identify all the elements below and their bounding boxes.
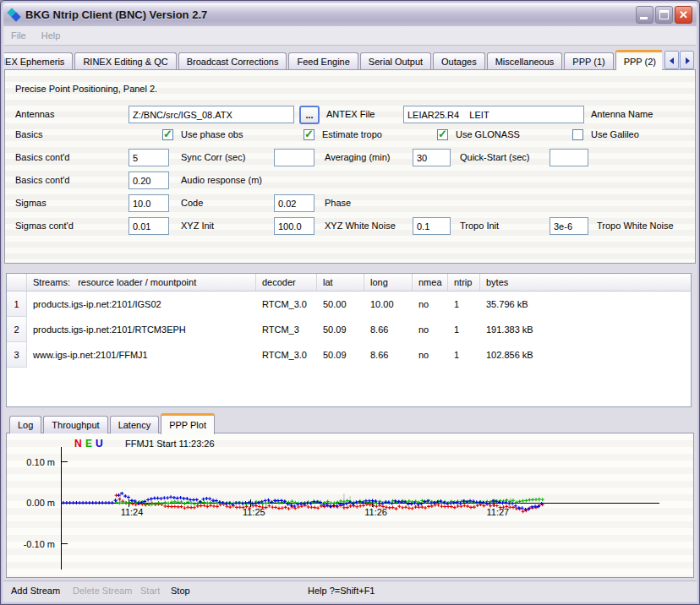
top-tab-bar: IEX Ephemeris RINEX Editing & QC Broadca… [4,49,662,70]
cell-ntrip: 1 [448,317,480,342]
tab-rinex-editing-qc[interactable]: RINEX Editing & QC [74,52,176,70]
estimate-tropo-checkbox[interactable] [304,129,314,140]
sync-corr-label: Sync Corr (sec) [181,149,245,166]
close-button[interactable]: ✕ [675,6,692,24]
tab-throughput[interactable]: Throughput [43,416,107,433]
tab-ppp-plot[interactable]: PPP Plot [161,413,215,434]
cell-lat: 50.09 [317,342,364,368]
tab-serial-output[interactable]: Serial Output [360,52,431,70]
cell-bytes: 102.856 kB [480,342,691,368]
tab-ppp-2[interactable]: PPP (2) [615,50,662,70]
tab-outages[interactable]: Outages [433,52,485,70]
quick-start-label: Quick-Start (sec) [460,149,530,166]
app-window: BKG Ntrip Client (BNC) Version 2.7 ✕ Fil… [0,0,700,605]
cell-ntrip: 1 [448,342,480,368]
cell-decoder: RTCM_3 [256,317,317,342]
header-decoder[interactable]: decoder [256,274,317,291]
antenna-name-input[interactable] [403,106,584,123]
xyz-init-input[interactable] [129,217,169,235]
delete-stream-button[interactable]: Delete Stream [73,586,132,596]
add-stream-button[interactable]: Add Stream [11,586,60,596]
cell-mountpoint: products.igs-ip.net:2101/IGS02 [27,292,256,317]
tab-miscellaneous[interactable]: Miscellaneous [487,52,563,70]
start-button[interactable]: Start [140,586,160,596]
browse-button[interactable]: ... [299,106,320,124]
header-long[interactable]: long [364,274,413,291]
cell-mountpoint: products.igs-ip.net:2101/RTCM3EPH [27,317,256,342]
estimate-tropo-label: Estimate tropo [322,126,382,144]
antex-path-input[interactable] [129,106,294,123]
tropo-white-noise-input[interactable] [550,217,588,235]
svg-text:-0.10 m: -0.10 m [24,539,55,549]
antenna-name-label: Antenna Name [591,106,653,123]
tab-log[interactable]: Log [9,416,41,433]
sigmas2-label: Sigmas cont'd [15,217,74,235]
table-row[interactable]: 1 products.igs-ip.net:2101/IGS02 RTCM_3.… [7,292,691,317]
title-bar[interactable]: BKG Ntrip Client (BNC) Version 2.7 ✕ [3,3,697,26]
row-number: 3 [7,342,27,368]
legend-n: N [74,438,82,450]
antex-file-label: ANTEX File [326,106,375,123]
table-row[interactable]: 3 www.igs-ip.net:2101/FFMJ1 RTCM_3.0 50.… [7,342,691,368]
table-row[interactable]: 2 products.igs-ip.net:2101/RTCM3EPH RTCM… [7,317,691,342]
header-nmea[interactable]: nmea [413,274,448,291]
basics2-label: Basics cont'd [15,149,69,166]
header-mountpoint[interactable]: Streams: resource loader / mountpoint [27,274,256,291]
max-sol-gap-input[interactable] [550,149,588,166]
scroll-left-icon [670,57,674,64]
cell-lat: 50.09 [317,317,364,342]
minimize-button[interactable] [636,6,654,24]
cell-decoder: RTCM_3.0 [256,342,317,368]
maximize-button[interactable] [655,6,673,24]
menu-file[interactable]: File [11,30,26,41]
use-galileo-checkbox[interactable] [572,129,583,140]
ppp-plot-panel: 0.10 m0.00 m-0.10 m11:2411:2511:2611:27 … [6,433,694,578]
use-glonass-checkbox[interactable] [437,129,448,140]
tab-iex-ephemeris[interactable]: IEX Ephemeris [4,52,73,70]
xyz-white-noise-input[interactable] [274,217,314,235]
cell-long: 8.66 [364,317,413,342]
audio-response-label: Audio response (m) [181,172,262,189]
ppp2-panel: Precise Point Positioning, Panel 2. Ante… [4,69,696,264]
tropo-init-input[interactable] [413,217,451,235]
minimize-icon [640,17,648,19]
cell-decoder: RTCM_3.0 [256,292,317,317]
legend-u: U [96,438,103,450]
streams-table: Streams: resource loader / mountpoint de… [6,273,692,407]
tab-scroll-right-button[interactable] [680,51,694,69]
menu-help[interactable]: Help [41,30,61,41]
sigma-phase-input[interactable] [274,194,314,212]
help-shortcut-label: Help ?=Shift+F1 [308,586,375,596]
stop-button[interactable]: Stop [171,586,190,596]
quick-start-input[interactable] [413,149,451,166]
cell-bytes: 191.383 kB [480,317,691,342]
tab-scroll-left-button[interactable] [664,51,679,69]
header-ntrip[interactable]: ntrip [448,274,480,291]
menu-bar: File Help [4,26,696,46]
sigma-code-input[interactable] [129,194,169,212]
app-icon [8,8,21,22]
header-lat[interactable]: lat [317,274,364,291]
svg-text:11:27: 11:27 [487,507,510,517]
cell-long: 8.66 [364,342,413,368]
tab-broadcast-corrections[interactable]: Broadcast Corrections [178,52,287,70]
tab-scroll-arrows [664,51,694,69]
use-galileo-label: Use Galileo [591,126,639,144]
cell-long: 10.00 [364,292,413,317]
streams-table-header: Streams: resource loader / mountpoint de… [7,274,691,292]
tropo-init-label: Tropo Init [460,217,499,235]
tab-latency[interactable]: Latency [110,416,160,433]
window-title: BKG Ntrip Client (BNC) Version 2.7 [25,8,207,21]
svg-text:0.00 m: 0.00 m [26,498,55,508]
sigma-phase-label: Phase [325,194,351,212]
maximize-icon [659,10,669,19]
use-phase-obs-checkbox[interactable] [162,129,173,140]
sync-corr-input[interactable] [129,149,169,166]
header-bytes[interactable]: bytes [480,274,691,291]
averaging-input[interactable] [274,149,314,166]
tab-feed-engine[interactable]: Feed Engine [288,52,358,70]
cell-nmea: no [413,342,448,368]
tab-ppp-1[interactable]: PPP (1) [564,52,613,70]
audio-response-input[interactable] [129,172,169,189]
ppp-plot-chart: 0.10 m0.00 m-0.10 m11:2411:2511:2611:27 [7,433,693,577]
